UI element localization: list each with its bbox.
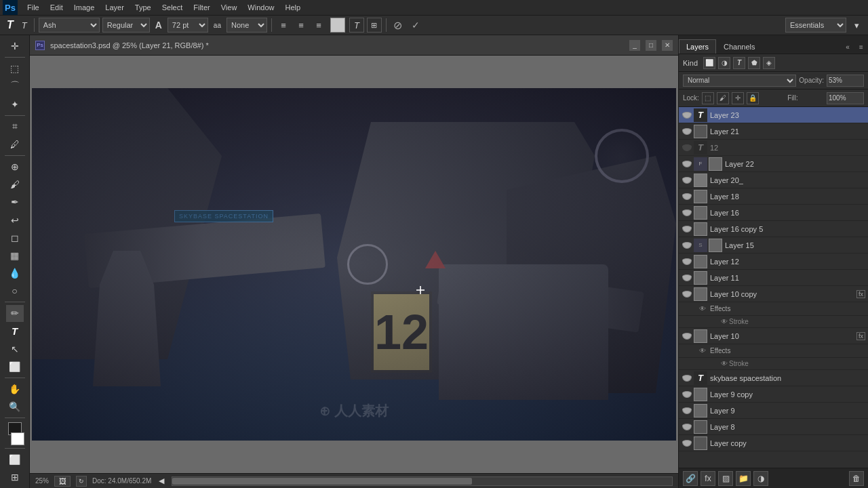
lasso-tool[interactable]: ⌒ [6,78,24,94]
move-tool[interactable]: ✛ [6,38,24,54]
create-adjustment-btn[interactable]: ◑ [753,471,768,486]
close-btn[interactable]: ✕ [662,40,673,51]
layer-visibility-toggle[interactable] [682,438,692,449]
menu-select[interactable]: Select [157,2,189,13]
font-size-select[interactable]: 72 pt [167,18,208,33]
menu-view[interactable]: View [216,2,243,13]
stroke-sub-item2[interactable]: 👁 Stroke [679,358,868,370]
effects-sub-item2[interactable]: 👁 Effects [679,344,868,358]
quick-select-tool[interactable]: ✦ [6,96,24,113]
shape-tool[interactable]: ⬜ [6,359,24,375]
layer-item[interactable]: Layer 9 copy [679,386,868,403]
kind-icon-shape[interactable]: ⬟ [748,57,760,69]
fill-input[interactable] [827,92,864,104]
background-color[interactable] [11,432,24,445]
layer-item[interactable]: Layer 10 fx [679,328,868,344]
layer-visibility-toggle[interactable] [682,405,692,416]
layer-visibility-toggle[interactable] [682,422,692,432]
font-style-select[interactable]: Regular [102,18,150,33]
minimize-btn[interactable]: _ [629,40,640,51]
menu-help[interactable]: Help [279,2,306,13]
tab-channels[interactable]: Channels [716,39,762,54]
stroke-sub-item[interactable]: 👁 Stroke [679,316,868,328]
layer-item[interactable]: T Layer 23 [679,107,868,123]
panel-collapse-btn[interactable]: « [841,40,854,54]
kind-icon-type[interactable]: T [733,57,745,69]
type-tool[interactable]: T [6,323,24,340]
layer-item[interactable]: Layer 12 [679,253,868,270]
layer-visibility-toggle[interactable] [682,159,692,169]
menu-window[interactable]: Window [242,2,279,13]
layer-item[interactable]: Layer 16 copy 5 [679,221,868,237]
brush-tool[interactable]: 🖌 [6,176,24,192]
crop-tool[interactable]: ⌗ [6,119,24,135]
layer-item[interactable]: Layer 10 copy fx [679,286,868,302]
menu-file[interactable]: File [22,2,45,13]
layer-item[interactable]: Layer 20_ [679,172,868,188]
kind-icon-adjust[interactable]: ◑ [718,57,730,69]
layer-visibility-toggle[interactable] [682,191,692,202]
menu-filter[interactable]: Filter [188,2,215,13]
effects-eye-icon2[interactable]: 👁 [698,346,707,356]
type-tool-icon[interactable]: T [4,18,16,33]
layer-item[interactable]: Layer 9 [679,403,868,419]
delete-layer-btn[interactable]: 🗑 [849,471,864,486]
eyedropper-tool[interactable]: 🖊 [6,136,24,152]
font-family-select[interactable]: Ash [39,18,100,33]
blur-tool[interactable]: 💧 [6,265,24,281]
layer-visibility-toggle[interactable] [682,240,692,251]
add-mask-btn[interactable]: ▨ [718,471,733,486]
layer-visibility-toggle[interactable] [682,289,692,300]
anti-alias-select[interactable]: None [226,18,267,33]
menu-image[interactable]: Image [68,2,100,13]
zoom-icon[interactable]: 🖼 [54,476,71,487]
healing-brush-tool[interactable]: ⊕ [6,159,24,175]
layer-visibility-toggle[interactable] [682,207,692,218]
menu-type[interactable]: Type [130,2,157,13]
pen-tool[interactable]: ✏ [6,305,24,321]
opacity-input[interactable] [827,75,864,87]
history-brush-tool[interactable]: ↩ [6,212,24,228]
layer-visibility-toggle[interactable] [682,224,692,235]
lock-position-btn[interactable]: ✛ [732,92,744,104]
confirm-btn[interactable]: ✓ [408,18,423,33]
lock-transparent-btn[interactable]: ⬚ [702,92,714,104]
marquee-tool[interactable]: ⬚ [6,60,24,77]
canvas-viewport[interactable]: SKYBASE SPACESTATION 12 ⊕ 人人素材 [30,56,678,473]
layer-visibility-toggle[interactable] [682,331,692,342]
effects-sub-item[interactable]: 👁 Effects [679,302,868,316]
layer-item[interactable]: T skybase spacestation [679,370,868,386]
align-center-btn[interactable]: ≡ [294,18,309,33]
type-tool-icon2[interactable]: T [19,18,30,33]
eraser-tool[interactable]: ◻ [6,230,24,246]
workspace-menu-btn[interactable]: ▾ [849,18,864,33]
layer-visibility-toggle[interactable] [682,272,692,283]
maximize-btn[interactable]: □ [646,40,656,51]
create-group-btn[interactable]: 📁 [736,471,751,486]
layer-item[interactable]: F Layer 22 [679,156,868,172]
layer-item[interactable]: T 12 [679,140,868,156]
layer-item[interactable]: Layer 11 [679,270,868,286]
rotate-icon[interactable]: ↻ [76,476,87,487]
tab-layers[interactable]: Layers [679,39,716,54]
clone-stamp-tool[interactable]: ✒ [6,194,24,210]
lock-pixels-btn[interactable]: 🖌 [717,92,729,104]
lock-all-btn[interactable]: 🔒 [747,92,759,104]
nav-back[interactable]: ◀ [157,476,166,486]
stroke-eye-icon2[interactable]: 👁 [719,359,729,369]
kind-icon-smart[interactable]: ◈ [763,57,775,69]
horizontal-scrollbar[interactable] [172,476,673,486]
kind-icon-pixel[interactable]: ⬜ [703,57,715,69]
blend-mode-select[interactable]: Normal [683,75,796,87]
layer-item[interactable]: Layer 21 [679,123,868,140]
layer-item[interactable]: S Layer 15 [679,237,868,253]
fullscreen-btn[interactable]: ⊞ [6,469,24,485]
layer-item[interactable]: Layer 8 [679,419,868,435]
layer-item[interactable]: Layer 18 [679,188,868,205]
path-select-tool[interactable]: ↖ [6,341,24,357]
workspace-select[interactable]: Essentials [785,18,846,33]
layer-visibility-toggle[interactable] [682,175,692,186]
layer-visibility-toggle[interactable] [682,256,692,267]
warp-text-btn[interactable]: T [349,18,364,33]
menu-layer[interactable]: Layer [100,2,130,13]
